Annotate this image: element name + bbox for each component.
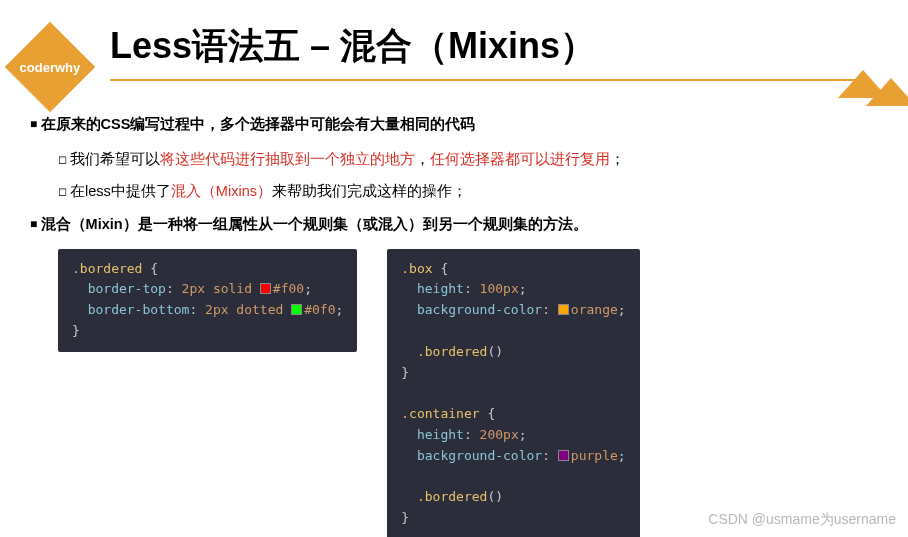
- watermark: CSDN @usmame为username: [708, 511, 896, 529]
- bullet-main-1: 在原来的CSS编写过程中，多个选择器中可能会有大量相同的代码: [30, 112, 880, 137]
- text-highlight: 任何选择器都可以进行复用: [430, 151, 610, 167]
- color-swatch-red: [260, 283, 271, 294]
- code-block-left: .bordered { border-top: 2px solid #f00; …: [58, 249, 357, 352]
- text: ；: [610, 151, 625, 167]
- logo-diamond: coderwhy: [5, 22, 96, 113]
- text: 来帮助我们完成这样的操作；: [272, 183, 467, 199]
- text: 我们希望可以: [70, 151, 160, 167]
- text-highlight: 将这些代码进行抽取到一个独立的地方: [160, 151, 415, 167]
- bullet-sub-1b: 在less中提供了混入（Mixins）来帮助我们完成这样的操作；: [58, 179, 880, 204]
- text-highlight: 混入（Mixins）: [171, 183, 272, 199]
- content-area: 在原来的CSS编写过程中，多个选择器中可能会有大量相同的代码 我们希望可以将这些…: [30, 112, 880, 537]
- code-block-right: .box { height: 100px; background-color: …: [387, 249, 639, 537]
- text: 在less中提供了: [70, 183, 171, 199]
- text: ，: [415, 151, 430, 167]
- color-swatch-green: [291, 304, 302, 315]
- code-area: .bordered { border-top: 2px solid #f00; …: [58, 249, 880, 537]
- mountain-icon: [838, 70, 908, 110]
- page-title: Less语法五 – 混合（Mixins）: [110, 22, 870, 81]
- logo-text: coderwhy: [20, 60, 81, 75]
- bullet-main-2: 混合（Mixin）是一种将一组属性从一个规则集（或混入）到另一个规则集的方法。: [30, 212, 880, 237]
- color-swatch-orange: [558, 304, 569, 315]
- bullet-sub-1a: 我们希望可以将这些代码进行抽取到一个独立的地方，任何选择器都可以进行复用；: [58, 147, 880, 172]
- color-swatch-purple: [558, 450, 569, 461]
